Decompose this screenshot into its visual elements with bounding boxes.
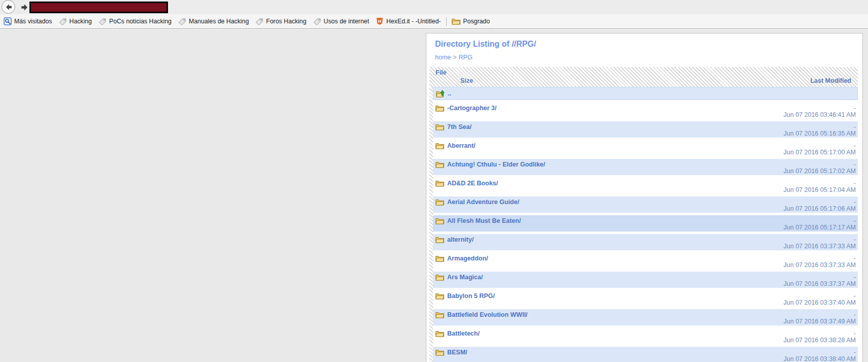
file-size: -	[854, 311, 856, 318]
bookmark-hexedit[interactable]: H HexEd.it - -Untitled-	[374, 16, 445, 26]
forward-arrow-icon	[20, 3, 29, 12]
tag-icon	[178, 17, 186, 25]
table-row: All Flesh Must Be Eaten/ - Jun 07 2016 0…	[433, 215, 858, 232]
bookmark-foros-hacking[interactable]: Foros Hacking	[253, 16, 311, 26]
last-modified: Jun 07 2016 05:16:35 AM	[784, 130, 856, 137]
bookmarks-toolbar: Más visitados Hacking PoCs noticias Hack…	[0, 14, 868, 29]
folder-link[interactable]: Babylon 5 RPG/	[447, 292, 495, 300]
page-title: Directory Listing of //RPG/	[435, 40, 862, 49]
table-row: AD&D 2E Books/ - Jun 07 2016 05:17:04 AM	[433, 178, 858, 194]
tag-icon	[255, 17, 263, 25]
bookmark-label: Posgrado	[463, 18, 490, 25]
directory-listing-panel: Directory Listing of //RPG/ home>RPG Fil…	[426, 33, 863, 362]
table-row: Armageddon/ - Jun 07 2016 03:37:33 AM	[433, 253, 858, 269]
last-modified: Jun 07 2016 03:46:41 AM	[784, 111, 856, 118]
folder-link[interactable]: alternity/	[447, 236, 474, 243]
folder-icon	[436, 161, 444, 168]
bookmark-mas-visitados[interactable]: Más visitados	[2, 16, 57, 26]
hexedit-shield-icon: H	[376, 17, 384, 25]
file-size: -	[854, 236, 856, 243]
bookmarks-separator	[446, 17, 447, 26]
last-modified: Jun 07 2016 03:37:49 AM	[784, 318, 856, 325]
last-modified: Jun 07 2016 03:37:33 AM	[784, 243, 856, 250]
file-size: -	[854, 180, 856, 187]
back-arrow-icon	[5, 3, 13, 11]
file-size: -	[854, 142, 856, 149]
table-header: File Size Last Modified	[429, 67, 858, 87]
folder-link[interactable]: -Cartographer 3/	[447, 105, 496, 112]
table-row: Battletech/ - Jun 07 2016 03:38:28 AM	[433, 328, 858, 344]
listing-rows: .. -Cartographer 3/ - Jun 07 2016 03:46:…	[429, 87, 858, 362]
parent-folder-up-icon	[436, 90, 445, 97]
file-size: -	[854, 349, 856, 356]
table-row: Ars Magica/ - Jun 07 2016 03:37:37 AM	[433, 272, 858, 288]
folder-icon	[436, 255, 444, 262]
page-background: Directory Listing of //RPG/ home>RPG Fil…	[0, 29, 868, 362]
bookmark-label: Usos de internet	[324, 18, 370, 25]
last-modified: Jun 07 2016 05:17:04 AM	[784, 186, 856, 193]
folder-icon	[436, 274, 444, 281]
back-button[interactable]	[2, 0, 15, 14]
table-row: BESM/ - Jun 07 2016 03:38:40 AM	[433, 347, 858, 362]
folder-link[interactable]: Armageddon/	[447, 255, 488, 262]
folder-link[interactable]: Battlefield Evolution WWII/	[447, 311, 527, 318]
bookmark-usos-de-internet[interactable]: Usos de internet	[311, 16, 374, 26]
table-row: -Cartographer 3/ - Jun 07 2016 03:46:41 …	[433, 103, 858, 119]
last-modified: Jun 07 2016 03:37:37 AM	[784, 280, 856, 287]
folder-icon	[436, 123, 444, 130]
forward-button[interactable]	[18, 2, 30, 13]
bookmark-manuales-de-hacking[interactable]: Manuales de Hacking	[176, 16, 253, 26]
bookmark-hacking[interactable]: Hacking	[57, 16, 96, 26]
file-size: -	[854, 161, 856, 168]
svg-text:H: H	[378, 19, 382, 24]
bookmark-label: PoCs noticias Hacking	[109, 18, 172, 25]
file-size: -	[854, 292, 856, 300]
folder-link[interactable]: Battletech/	[447, 330, 480, 337]
last-modified: Jun 07 2016 03:38:40 AM	[784, 355, 856, 362]
bookmark-posgrado[interactable]: Posgrado	[450, 17, 494, 26]
table-row: Aberrant/ - Jun 07 2016 05:17:00 AM	[433, 140, 858, 156]
file-listing-table: File Size Last Modified ..	[429, 67, 858, 362]
file-size: -	[854, 199, 856, 206]
breadcrumb-current-link[interactable]: RPG	[459, 54, 473, 61]
folder-icon	[436, 142, 444, 149]
address-bar-redacted[interactable]	[29, 2, 168, 13]
column-header-last-modified[interactable]: Last Modified	[810, 77, 851, 84]
folder-icon	[436, 311, 444, 318]
folder-link[interactable]: Ars Magica/	[447, 274, 483, 281]
folder-link[interactable]: AD&D 2E Books/	[447, 180, 498, 187]
parent-directory-link[interactable]: ..	[448, 90, 451, 97]
last-modified: Jun 07 2016 03:37:40 AM	[784, 299, 856, 306]
folder-link[interactable]: 7th Sea/	[447, 123, 472, 130]
bookmark-label: Manuales de Hacking	[189, 18, 249, 25]
table-row: Babylon 5 RPG/ - Jun 07 2016 03:37:40 AM	[433, 290, 858, 307]
table-row: Battlefield Evolution WWII/ - Jun 07 201…	[433, 309, 858, 325]
folder-icon	[436, 330, 444, 337]
last-modified: Jun 07 2016 05:17:02 AM	[784, 168, 856, 175]
column-header-size[interactable]: Size	[460, 77, 473, 84]
table-row: Achtung! Cthulu - Elder Godlike/ - Jun 0…	[433, 159, 858, 175]
bookmark-pocs-noticias-hacking[interactable]: PoCs noticias Hacking	[96, 16, 176, 26]
breadcrumb-separator: >	[451, 54, 458, 61]
column-header-file[interactable]: File	[436, 69, 447, 76]
last-modified: Jun 07 2016 05:17:00 AM	[784, 149, 856, 156]
tag-icon	[98, 17, 107, 25]
folder-link[interactable]: Aerial Adventure Guide/	[447, 199, 519, 206]
last-modified: Jun 07 2016 03:37:33 AM	[784, 261, 856, 269]
folder-link[interactable]: Aberrant/	[447, 142, 476, 149]
file-size: -	[854, 255, 856, 262]
last-modified: Jun 07 2016 03:38:28 AM	[784, 337, 856, 344]
parent-directory-row[interactable]: ..	[433, 87, 858, 100]
folder-link[interactable]: Achtung! Cthulu - Elder Godlike/	[447, 161, 545, 168]
table-row: Aerial Adventure Guide/ - Jun 07 2016 05…	[433, 196, 858, 213]
file-size: -	[854, 105, 856, 112]
breadcrumb-home-link[interactable]: home	[435, 54, 451, 61]
file-size: -	[854, 123, 856, 130]
bookmark-label: Foros Hacking	[266, 18, 306, 25]
folder-link[interactable]: BESM/	[447, 349, 468, 356]
tag-icon	[59, 17, 67, 25]
folder-link[interactable]: All Flesh Must Be Eaten/	[447, 217, 521, 224]
last-modified: Jun 07 2016 05:17:17 AM	[784, 224, 856, 231]
last-modified: Jun 07 2016 05:17:06 AM	[784, 205, 856, 212]
folder-icon	[436, 292, 444, 300]
